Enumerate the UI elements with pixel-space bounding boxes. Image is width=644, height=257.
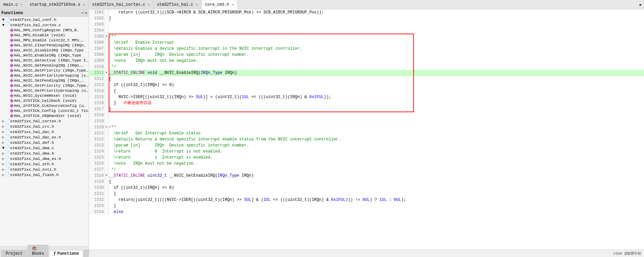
tree-func-18[interactable]: HAL_SYSTICK_IRQHandler (void): [0, 113, 89, 118]
line-number: 1520: [89, 124, 104, 130]
tree-file-conf[interactable]: ▼ 📄 stm32f1xx_hal_conf.h: [0, 17, 89, 22]
tree-func-5[interactable]: HAL_NVIC_DisableIRQ (IRQn_Type: [0, 48, 89, 53]
tree-func-7[interactable]: HAL_NVIC_GetActive (IRQn_Type I…: [0, 58, 89, 63]
tab-cortex-c[interactable]: stm32f1xx_hal_cortex.c ✕: [89, 0, 154, 9]
code-line-1523: 1523 \param [in] IRQn Device specific in…: [89, 142, 644, 148]
fold-indicator: [104, 142, 109, 148]
tree-file-dma-c[interactable]: ▼ 📄 stm32f1xx_hal_dma.c: [0, 145, 89, 151]
code-content: NVIC->ISER[((uint32_t)(IRQn) >> 5UL)] = …: [109, 94, 644, 100]
tab-project[interactable]: Project: [1, 250, 27, 257]
fold-indicator[interactable]: ▼: [104, 173, 109, 179]
fold-indicator: [104, 94, 109, 100]
code-line-1532: 1532 return((uint32_t)(((NVIC->ISER[((ui…: [89, 197, 644, 203]
diamond-icon: [10, 79, 13, 82]
tab-core-cm3[interactable]: core_cm3.h ✕: [202, 0, 237, 9]
tree-file-dma-ex-h[interactable]: ▷ 📄 stm32f1xx_hal_dma_ex.h: [0, 156, 89, 161]
code-line-1516: 1516 } 中断使能寄存器: [89, 100, 644, 106]
tree-func-6[interactable]: HAL_NVIC_EnableIRQ (IRQn_Type: [0, 53, 89, 58]
line-number: 1510: [89, 64, 104, 70]
fold-indicator: [104, 64, 109, 70]
code-panel: 1501 return ((uint32_t)((SCB->AIRCR & SC…: [89, 9, 644, 257]
tab-hal-c[interactable]: stm32f1xx_hal.c ✕: [154, 0, 202, 9]
tab-scroll-arrow[interactable]: ▶: [637, 0, 644, 9]
tree-file-cortex-c[interactable]: ▼ 📄 stm32f1xx_hal_cortex.c: [0, 22, 89, 28]
tree-func-17[interactable]: HAL_SYSTICK_Config (uint32_t Tic…: [0, 108, 89, 113]
close-icon-2[interactable]: ✕: [83, 3, 85, 7]
tree-func-15[interactable]: HAL_SYSTICK_Callback (void): [0, 98, 89, 103]
diamond-icon: [10, 114, 13, 118]
tab-main-c[interactable]: main.c ✕: [0, 0, 26, 9]
tree-file-dac-ex[interactable]: ▷ 📄 stm32f1xx_hal_dac_ex.h: [0, 134, 89, 140]
tree-func-16[interactable]: HAL_SYSTICK_CLKSourceConfig (u…: [0, 103, 89, 108]
fold-indicator[interactable]: ▼: [104, 34, 109, 40]
tab-books[interactable]: 📚Books: [28, 245, 48, 257]
close-icon-4[interactable]: ✕: [196, 3, 198, 7]
code-content: else: [109, 209, 644, 215]
tree-func-11[interactable]: HAL_NVIC_SetPendingIRQ (IRQn_…: [0, 78, 89, 83]
line-number: 1515: [89, 94, 104, 100]
fold-indicator: [104, 40, 109, 46]
tree-label: HAL_SYSTICK_CLKSourceConfig (u…: [14, 103, 86, 108]
tree-file-dma-h[interactable]: ▷ 📄 stm32f1xx_hal_dma.h: [0, 151, 89, 156]
tree-label: stm32f1xx_hal_dma.h: [10, 151, 54, 156]
tree-func-9[interactable]: HAL_NVIC_GetPriority (IRQn_Type…: [0, 68, 89, 73]
tree-file-exti[interactable]: ▷ 📄 stm32f1xx_hal_exti.h: [0, 167, 89, 172]
close-icon-3[interactable]: ✕: [148, 3, 150, 7]
tree-file-dac[interactable]: ▷ 📄 stm32f1xx_hal_dac.h: [0, 129, 89, 134]
tree-label: HAL_NVIC_EnableIRQ (IRQn_Type: [14, 53, 81, 57]
file-icon: 📄: [5, 167, 10, 172]
file-icon: 📄: [5, 124, 10, 129]
tree-file-eth[interactable]: ▷ 📄 stm32f1xx_hal_eth.h: [0, 161, 89, 167]
fold-indicator: [104, 15, 109, 22]
arrow-icon: ▷: [1, 124, 5, 129]
file-icon: 📄: [5, 145, 10, 150]
code-content: return ((uint32_t)((SCB->AIRCR & SCB_AIR…: [109, 9, 644, 15]
tree-file-crc[interactable]: ▷ 📄 stm32f1xx_hal_crc.h: [0, 124, 89, 129]
diamond-icon: [10, 43, 13, 47]
code-line-1509: 1509 \note IRQn must not be negative.: [89, 58, 644, 64]
tree-file-cortex-h[interactable]: ▷ 📄 stm32f1xx_hal_cortex.h: [0, 118, 89, 124]
fold-indicator: [104, 52, 109, 58]
code-line-1524: 1524 \return 0 Interrupt is not enabled.: [89, 148, 644, 155]
tree-file-flash[interactable]: ▷ 📄 stm32f1xx_hal_flash.h: [0, 172, 89, 177]
tree-func-13[interactable]: HAL_NVIC_SetPriorityGrouping (u…: [0, 88, 89, 93]
line-number: 1529: [89, 179, 104, 185]
code-content: __STATIC_INLINE void __NVIC_EnableIRQ(IR…: [109, 70, 644, 76]
tree-func-14[interactable]: HAL_NVIC_SystemReset (void): [0, 93, 89, 98]
tree-func-10[interactable]: HAL_NVIC_GetPriorityGrouping (v…: [0, 73, 89, 78]
close-icon-1[interactable]: ✕: [20, 3, 22, 7]
code-content: if ((int32_t)(IRQn) >= 0): [109, 185, 644, 191]
code-line-1525: 1525 \return 1 Interrupt is enabled.: [89, 155, 644, 161]
left-panel-header: Functions — ✕: [0, 9, 89, 17]
code-content: \brief Enable Interrupt: [109, 40, 644, 46]
fold-indicator: [104, 179, 109, 185]
fold-indicator[interactable]: ▼: [104, 70, 109, 76]
tree-func-8[interactable]: HAL_NVIC_GetPendingIRQ (IRQn_…: [0, 63, 89, 68]
tab-startup[interactable]: startup_stm32f103xe.s ✕: [26, 0, 89, 9]
tree-label: stm32f1xx_hal_dac.h: [10, 130, 54, 134]
tree-func-2[interactable]: HAL_MPU_Disable (void): [0, 33, 89, 38]
tree-func-1[interactable]: HAL_MPU_ConfigRegion (MPU_R…: [0, 28, 89, 33]
tree-func-3[interactable]: HAL_MPU_Enable (uint32_t MPU_…: [0, 38, 89, 43]
line-number: 1508: [89, 52, 104, 58]
code-line-1521: 1521 \brief Get Interrupt Enable status: [89, 130, 644, 136]
code-content: */: [109, 167, 644, 173]
code-line-1527: 1527 */: [89, 167, 644, 173]
tree-label: HAL_MPU_Disable (void): [14, 33, 65, 37]
close-icon-5[interactable]: ✕: [232, 3, 234, 7]
code-line-1518: 1518: [89, 112, 644, 118]
fold-indicator: [104, 82, 109, 88]
close-panel-icon[interactable]: ✕: [85, 11, 87, 15]
line-number: 1519: [89, 118, 104, 124]
file-icon: 📄: [5, 129, 10, 134]
fold-indicator[interactable]: ▼: [104, 124, 109, 130]
books-icon: 📚: [32, 247, 37, 251]
fold-indicator: [104, 58, 109, 64]
minimize-icon[interactable]: —: [82, 11, 84, 15]
tree-func-4[interactable]: HAL_NVIC_ClearPendingIRQ (IRQn…: [0, 43, 89, 48]
tab-functions[interactable]: ƒFunctions: [49, 250, 83, 257]
tree-file-def[interactable]: ▷ 📄 stm32f1xx_hal_def.h: [0, 140, 89, 145]
line-number: 1511: [89, 70, 104, 76]
code-scroll[interactable]: 1501 return ((uint32_t)((SCB->AIRCR & SC…: [89, 9, 644, 250]
tree-func-12[interactable]: HAL_NVIC_SetPriority (IRQn_Type…: [0, 83, 89, 88]
